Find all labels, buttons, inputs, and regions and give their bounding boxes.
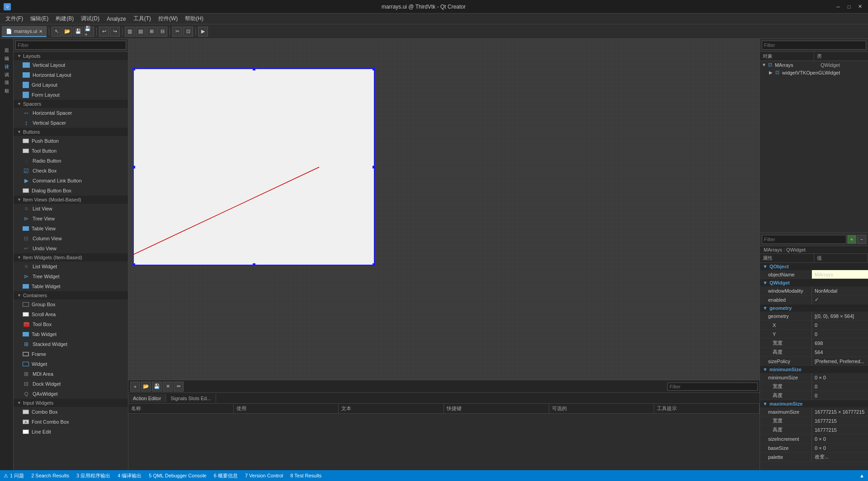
prop-objectname[interactable]: objectName MArrays xyxy=(760,270,868,279)
tab-action-editor[interactable]: Action Editor xyxy=(128,394,166,402)
bottom-new-btn[interactable]: + xyxy=(130,382,140,392)
prop-max-width-val[interactable]: 16777215 xyxy=(812,416,868,425)
section-buttons[interactable]: ▼ Buttons xyxy=(14,128,128,136)
file-tab-close[interactable]: ✕ xyxy=(39,29,42,34)
item-mdi-area[interactable]: ⊞ MDI Area xyxy=(14,369,128,379)
item-qax-widget[interactable]: Q QAxWidget xyxy=(14,389,128,399)
design-area[interactable] xyxy=(128,39,760,380)
prop-max-height[interactable]: 高度 16777215 xyxy=(760,425,868,434)
toolbar-redo-btn[interactable]: ↪ xyxy=(110,27,120,37)
prop-geometry-val[interactable]: [(0, 0), 698 × 564] xyxy=(812,312,868,320)
item-font-combo-box[interactable]: A Font Combo Box xyxy=(14,417,128,427)
action-debug[interactable]: 调试 xyxy=(3,65,11,72)
item-tab-widget[interactable]: Tab Widget xyxy=(14,329,128,339)
status-app-output[interactable]: 3 应用程序输出 xyxy=(76,472,110,479)
item-group-box[interactable]: Group Box xyxy=(14,299,128,309)
prop-geometry[interactable]: geometry [(0, 0), 698 × 564] xyxy=(760,312,868,321)
prop-enabled-val[interactable]: ✓ xyxy=(812,295,868,304)
item-form-layout[interactable]: Form Layout xyxy=(14,90,128,100)
menu-analyze[interactable]: Analyze xyxy=(103,15,130,23)
prop-width[interactable]: 宽度 698 xyxy=(760,339,868,348)
prop-size-increment[interactable]: sizeIncrement 0 × 0 xyxy=(760,434,868,444)
menu-edit[interactable]: 编辑(E) xyxy=(27,14,52,23)
prop-max-width[interactable]: 宽度 16777215 xyxy=(760,416,868,425)
section-containers[interactable]: ▼ Containers xyxy=(14,291,128,299)
item-radio-button[interactable]: ◉ Radio Button xyxy=(14,156,128,166)
item-table-view[interactable]: Table View xyxy=(14,224,128,233)
bottom-delete-btn[interactable]: ✕ xyxy=(163,382,173,392)
toolbar-h-layout-btn[interactable]: ▥ xyxy=(125,27,135,37)
item-grid-layout[interactable]: Grid Layout xyxy=(14,80,128,90)
prop-x[interactable]: X 0 xyxy=(760,321,868,330)
props-filter-input[interactable] xyxy=(762,235,846,244)
item-vertical-spacer[interactable]: ↕ Vertical Spacer xyxy=(14,118,128,128)
item-widget[interactable]: Widget xyxy=(14,359,128,369)
action-welcome[interactable]: 欢迎 xyxy=(3,41,11,48)
tab-signals-slots[interactable]: Signals Slots Ed... xyxy=(166,394,216,402)
item-line-edit[interactable]: Line Edit xyxy=(14,427,128,437)
prop-width-val[interactable]: 698 xyxy=(812,339,868,347)
action-help[interactable]: 帮助 xyxy=(3,81,11,89)
item-vertical-layout[interactable]: Vertical Layout xyxy=(14,60,128,70)
prop-y[interactable]: Y 0 xyxy=(760,330,868,339)
section-qwidget[interactable]: ▼ QWidget xyxy=(760,279,868,286)
prop-max-size-val[interactable]: 16777215 × 16777215 xyxy=(812,407,868,416)
item-tool-box[interactable]: 🧰 Tool Box xyxy=(14,319,128,329)
prop-height[interactable]: 高度 564 xyxy=(760,348,868,357)
tree-item-widget[interactable]: ▶ ⊡ widgetVTKOpenGLWidget xyxy=(760,69,868,76)
menu-debug[interactable]: 调试(D) xyxy=(77,14,103,23)
section-item-widgets[interactable]: ▼ Item Widgets (Item-Based) xyxy=(14,253,128,262)
section-geometry[interactable]: ▼ geometry xyxy=(760,304,868,312)
menu-help[interactable]: 帮助(H) xyxy=(181,14,207,23)
prop-y-val[interactable]: 0 xyxy=(812,330,868,338)
bottom-filter-input[interactable] xyxy=(667,383,758,391)
item-stacked-widget[interactable]: ⊞ Stacked Widget xyxy=(14,339,128,349)
toolbar-adjust-btn[interactable]: ⊡ xyxy=(183,27,193,37)
toolbar-v-layout-btn[interactable]: ▤ xyxy=(136,27,146,37)
object-filter-input[interactable] xyxy=(762,41,866,50)
toolbar-undo-btn[interactable]: ↩ xyxy=(99,27,109,37)
prop-palette[interactable]: palette 改变... xyxy=(760,453,868,462)
item-check-box[interactable]: ☑ Check Box xyxy=(14,166,128,176)
item-list-widget[interactable]: ≡ List Widget xyxy=(14,262,128,271)
toolbar-preview-btn[interactable]: ▶ xyxy=(198,27,208,37)
close-button[interactable]: ✕ xyxy=(855,2,864,11)
section-layouts[interactable]: ▼ Layouts xyxy=(14,52,128,60)
bottom-edit-btn[interactable]: ✏ xyxy=(174,382,184,392)
prop-size-policy[interactable]: sizePolicy [Preferred, Preferred... xyxy=(760,357,868,366)
prop-window-modality[interactable]: windowModality NonModal xyxy=(760,286,868,295)
prop-enabled[interactable]: enabled ✓ xyxy=(760,295,868,304)
prop-min-height[interactable]: 高度 0 xyxy=(760,391,868,400)
section-maximum-size[interactable]: ▼ maximumSize xyxy=(760,400,868,407)
prop-size-increment-val[interactable]: 0 × 0 xyxy=(812,434,868,443)
toolbar-save-all-btn[interactable]: 💾+ xyxy=(84,27,94,37)
file-tab[interactable]: 📄 marrays.ui ✕ xyxy=(2,26,47,37)
prop-min-height-val[interactable]: 0 xyxy=(812,391,868,400)
status-test-results[interactable]: 8 Test Results xyxy=(290,473,321,478)
section-input-widgets[interactable]: ▼ Input Widgets xyxy=(14,399,128,407)
item-tree-view[interactable]: ⊳ Tree View xyxy=(14,214,128,224)
menu-file[interactable]: 文件(F) xyxy=(2,14,27,23)
bottom-open-btn[interactable]: 📂 xyxy=(141,382,151,392)
item-tool-button[interactable]: Tool Button xyxy=(14,146,128,156)
prop-min-width[interactable]: 宽度 0 xyxy=(760,382,868,391)
menu-build[interactable]: 构建(B) xyxy=(52,14,77,23)
toolbar-break-layout-btn[interactable]: ✂ xyxy=(172,27,182,37)
item-scroll-area[interactable]: Scroll Area xyxy=(14,309,128,319)
prop-height-val[interactable]: 564 xyxy=(812,348,868,356)
minimize-button[interactable]: ─ xyxy=(834,2,843,11)
prop-max-height-val[interactable]: 16777215 xyxy=(812,425,868,434)
toolbar-save-btn[interactable]: 💾 xyxy=(73,27,83,37)
prop-min-size-val[interactable]: 0 × 0 xyxy=(812,373,868,382)
prop-min-size[interactable]: minimumSize 0 × 0 xyxy=(760,373,868,382)
item-frame[interactable]: Frame xyxy=(14,349,128,359)
prop-max-size[interactable]: maximumSize 16777215 × 16777215 xyxy=(760,407,868,416)
action-edit[interactable]: 编辑 xyxy=(3,49,11,56)
status-qml-debug[interactable]: 5 QML Debugger Console xyxy=(149,473,206,478)
item-list-view[interactable]: ≡ List View xyxy=(14,204,128,214)
item-dock-widget[interactable]: ⊟ Dock Widget xyxy=(14,379,128,389)
action-projects[interactable]: 项目 xyxy=(3,73,11,80)
toolbar-grid-layout-btn[interactable]: ⊞ xyxy=(146,27,156,37)
section-item-views[interactable]: ▼ Item Views (Model-Based) xyxy=(14,196,128,204)
section-minimum-size[interactable]: ▼ minimumSize xyxy=(760,366,868,373)
